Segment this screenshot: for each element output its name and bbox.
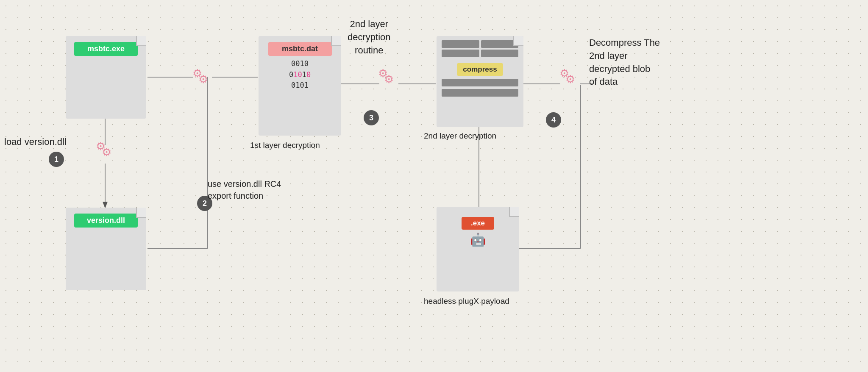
binary-content: 0010 01010 0101: [289, 58, 311, 91]
layer2-routine-label: 2nd layerdecryptionroutine: [348, 18, 391, 57]
step-3-circle: 3: [364, 110, 379, 125]
gear-4: ⚙ ⚙: [559, 67, 581, 89]
version-dll-label: version.dll: [74, 214, 138, 228]
exe-label: .exe: [462, 217, 494, 230]
gear-2: ⚙ ⚙: [96, 140, 118, 162]
msbtc-exe-file: msbtc.exe: [66, 36, 146, 119]
gear-3: ⚙ ⚙: [378, 67, 400, 89]
load-version-dll-label: load version.dll: [4, 136, 67, 149]
diagram: msbtc.exe version.dll msbtc.dat 0010 010…: [0, 0, 868, 372]
step-1-circle: 1: [49, 152, 64, 167]
exe-payload-file: .exe 🤖: [437, 207, 519, 291]
msbtc-dat-label: msbtc.dat: [268, 42, 332, 56]
compress-label: compress: [457, 63, 503, 76]
use-rc4-label: use version.dll RC4export function: [208, 178, 281, 202]
msbtc-exe-label: msbtc.exe: [74, 42, 138, 56]
decompress-label: Decompress The2nd layerdecrypted blobof …: [589, 36, 660, 89]
headless-plugx-label: headless plugX payload: [424, 296, 509, 307]
layer1-decryption-label: 1st layer decryption: [250, 140, 320, 151]
gear-1: ⚙ ⚙: [192, 67, 214, 89]
version-dll-file: version.dll: [66, 208, 146, 290]
step-4-circle: 4: [546, 112, 561, 128]
msbtc-dat-file: msbtc.dat 0010 01010 0101: [259, 36, 341, 136]
robot-icon: 🤖: [470, 232, 486, 247]
compress-file: compress: [437, 36, 523, 127]
layer2-decryption-label: 2nd layer decryption: [424, 130, 496, 142]
